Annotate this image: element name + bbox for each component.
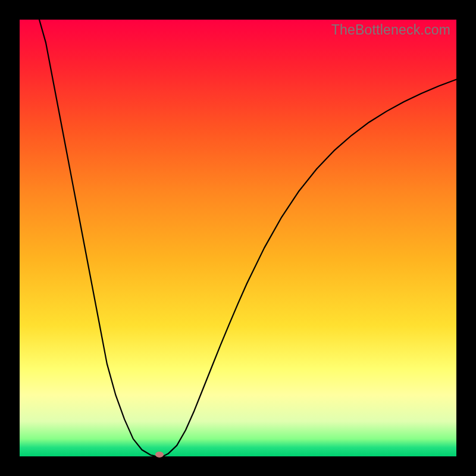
curve-path [20,20,456,456]
minimum-marker [155,452,164,458]
plot-area: TheBottleneck.com [20,20,456,456]
chart-container: TheBottleneck.com [0,0,476,476]
